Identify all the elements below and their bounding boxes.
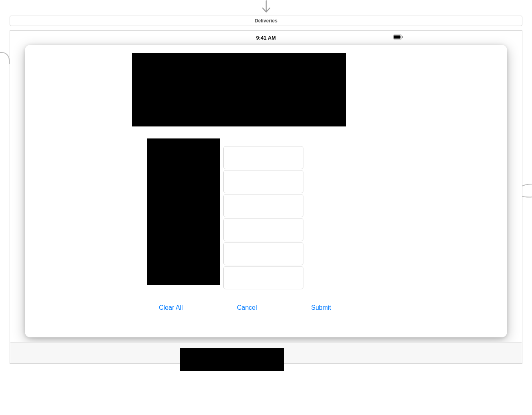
text-field-2[interactable] <box>223 170 303 193</box>
arrow-down-icon <box>260 0 272 16</box>
svg-rect-1 <box>394 36 401 39</box>
modal-dialog: Clear All Cancel Submit <box>25 45 507 337</box>
clear-all-button[interactable]: Clear All <box>159 304 183 311</box>
battery-icon <box>393 34 404 42</box>
cancel-button[interactable]: Cancel <box>237 304 257 311</box>
text-field-4[interactable] <box>223 218 303 241</box>
connector-line-left <box>0 52 10 64</box>
form-fields-container <box>223 146 303 290</box>
tab-deliveries-label: Deliveries <box>255 18 277 24</box>
text-field-5[interactable] <box>223 242 303 265</box>
device-frame: 9:41 AM Clear All Cancel Submit <box>10 30 522 364</box>
svg-rect-2 <box>402 36 403 38</box>
text-field-3[interactable] <box>223 194 303 217</box>
status-bar: 9:41 AM <box>10 34 522 42</box>
redacted-bottom-block <box>180 348 284 371</box>
status-time: 9:41 AM <box>256 35 276 41</box>
text-field-1[interactable] <box>223 146 303 169</box>
redacted-labels-block <box>147 138 220 285</box>
button-row: Clear All Cancel Submit <box>159 304 331 311</box>
text-field-6[interactable] <box>223 266 303 289</box>
redacted-header-block <box>132 53 346 126</box>
tab-bar[interactable]: Deliveries <box>10 16 522 26</box>
submit-button[interactable]: Submit <box>311 304 331 311</box>
